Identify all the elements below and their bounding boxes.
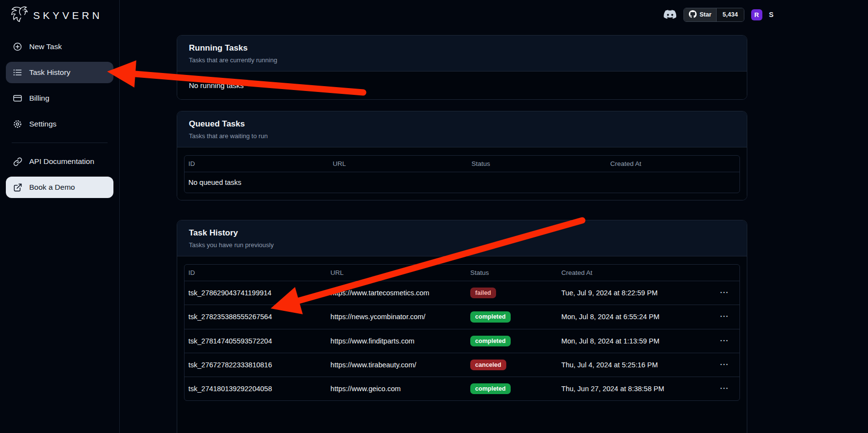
discord-icon[interactable] [664, 10, 677, 20]
queued-tasks-empty-state: No queued tasks [185, 172, 739, 193]
history-table-body: tsk_278629043741199914 https://www.tarte… [185, 281, 739, 401]
column-header-status: Status [467, 156, 606, 172]
task-id-cell: tsk_278629043741199914 [185, 281, 327, 305]
github-star-count: 5,434 [716, 8, 743, 21]
sidebar-item-api-documentation[interactable]: API Documentation [6, 151, 113, 172]
plus-circle-icon [13, 42, 22, 52]
column-header-url: URL [329, 156, 467, 172]
task-url-cell: https://www.geico.com [327, 377, 466, 401]
sidebar-nav: New Task Task History Billing Settings [0, 30, 119, 198]
running-tasks-card: Running Tasks Tasks that are currently r… [177, 35, 747, 100]
task-url-cell: https://www.tartecosmetics.com [327, 281, 466, 305]
running-tasks-subtitle: Tasks that are currently running [189, 56, 735, 64]
task-actions-cell: ⋯ [713, 377, 739, 401]
queued-tasks-header: Queued Tasks Tasks that are waiting to r… [177, 111, 747, 147]
sidebar-item-label: API Documentation [29, 157, 94, 166]
task-actions-cell: ⋯ [713, 329, 739, 353]
row-menu-button[interactable]: ⋯ [717, 289, 732, 296]
task-id-cell: tsk_278147405593572204 [185, 329, 327, 353]
table-row[interactable]: tsk_274180139292204058 https://www.geico… [185, 377, 739, 401]
queued-tasks-table: ID URL Status Created At No queued tasks [185, 156, 739, 193]
task-history-table: ID URL Status Created At tsk_27862904374… [185, 265, 739, 400]
table-row[interactable]: tsk_276727822333810816 https://www.tirab… [185, 353, 739, 377]
sidebar: SKYVERN New Task Task History Billing S [0, 0, 120, 433]
column-header-status: Status [466, 265, 557, 281]
column-header-url: URL [327, 265, 466, 281]
task-id-cell: tsk_276727822333810816 [185, 353, 327, 377]
sidebar-item-task-history[interactable]: Task History [6, 62, 113, 83]
running-tasks-title: Running Tasks [189, 43, 735, 53]
task-history-card: Task History Tasks you have run previous… [177, 220, 747, 433]
gear-icon [13, 119, 22, 129]
column-header-created-at: Created At [606, 156, 739, 172]
list-icon [13, 68, 22, 77]
github-star-widget[interactable]: Star 5,434 [683, 8, 744, 22]
task-history-body: ID URL Status Created At tsk_27862904374… [177, 256, 747, 433]
task-created-at-cell: Thu, Jun 27, 2024 at 8:38:58 PM [557, 377, 713, 401]
queued-tasks-subtitle: Tasks that are waiting to run [189, 132, 735, 140]
task-actions-cell: ⋯ [713, 353, 739, 377]
task-created-at-cell: Tue, Jul 9, 2024 at 8:22:59 PM [557, 281, 713, 305]
brand-name: SKYVERN [33, 10, 102, 21]
status-badge: completed [470, 311, 511, 322]
task-history-subtitle: Tasks you have run previously [189, 241, 735, 249]
github-icon [689, 10, 697, 19]
task-url-cell: https://www.tirabeauty.com/ [327, 353, 466, 377]
status-badge: failed [470, 288, 496, 298]
empty-row: No queued tasks [185, 172, 739, 193]
sidebar-item-label: Settings [29, 120, 56, 128]
table-header-row: ID URL Status Created At [185, 156, 739, 172]
row-menu-button[interactable]: ⋯ [717, 361, 732, 368]
task-created-at-cell: Mon, Jul 8, 2024 at 6:55:24 PM [557, 305, 713, 329]
task-status-cell: completed [466, 305, 557, 329]
task-url-cell: https://news.ycombinator.com/ [327, 305, 466, 329]
queued-tasks-card: Queued Tasks Tasks that are waiting to r… [177, 111, 747, 200]
task-status-cell: completed [466, 329, 557, 353]
task-id-cell: tsk_274180139292204058 [185, 377, 327, 401]
row-menu-button[interactable]: ⋯ [717, 385, 732, 392]
column-header-created-at: Created At [557, 265, 713, 281]
task-created-at-cell: Thu, Jul 4, 2024 at 5:25:16 PM [557, 353, 713, 377]
column-header-id: ID [185, 156, 329, 172]
column-header-actions [713, 265, 739, 281]
column-header-id: ID [185, 265, 327, 281]
table-row[interactable]: tsk_278235388555267564 https://news.ycom… [185, 305, 739, 329]
table-row[interactable]: tsk_278629043741199914 https://www.tarte… [185, 281, 739, 305]
skyvern-dragon-icon [9, 5, 29, 26]
avatar[interactable]: R [751, 9, 762, 20]
table-row[interactable]: tsk_278147405593572204 https://www.findi… [185, 329, 739, 353]
task-status-cell: canceled [466, 353, 557, 377]
task-status-cell: failed [466, 281, 557, 305]
status-badge: completed [470, 336, 511, 346]
main-content: Running Tasks Tasks that are currently r… [177, 35, 747, 433]
sidebar-item-label: Billing [29, 94, 49, 103]
task-status-cell: completed [466, 377, 557, 401]
sidebar-item-billing[interactable]: Billing [6, 88, 113, 109]
task-actions-cell: ⋯ [713, 281, 739, 305]
status-badge: canceled [470, 360, 506, 370]
sidebar-item-new-task[interactable]: New Task [6, 36, 113, 57]
task-id-cell: tsk_278235388555267564 [185, 305, 327, 329]
sidebar-item-label: Task History [29, 68, 70, 77]
sidebar-item-label: New Task [29, 42, 62, 51]
queued-tasks-title: Queued Tasks [189, 119, 735, 129]
topbar: Star 5,434 R S [664, 7, 774, 22]
row-menu-button[interactable]: ⋯ [717, 313, 732, 320]
row-menu-button[interactable]: ⋯ [717, 337, 732, 344]
sidebar-divider [12, 143, 108, 143]
sidebar-item-settings[interactable]: Settings [6, 113, 113, 135]
table-header-row: ID URL Status Created At [185, 265, 739, 281]
task-history-title: Task History [189, 228, 735, 238]
user-label-truncated: S [769, 11, 774, 18]
sidebar-item-book-a-demo[interactable]: Book a Demo [6, 177, 113, 198]
link-icon [13, 157, 22, 166]
task-created-at-cell: Mon, Jul 8, 2024 at 1:13:59 PM [557, 329, 713, 353]
running-tasks-header: Running Tasks Tasks that are currently r… [177, 36, 747, 72]
skyvern-logo[interactable]: SKYVERN [0, 0, 119, 30]
task-history-header: Task History Tasks you have run previous… [177, 220, 747, 256]
credit-card-icon [13, 93, 22, 103]
task-actions-cell: ⋯ [713, 305, 739, 329]
github-star-label: Star [700, 11, 711, 18]
queued-tasks-body: ID URL Status Created At No queued tasks [177, 147, 747, 200]
external-link-icon [13, 182, 22, 192]
